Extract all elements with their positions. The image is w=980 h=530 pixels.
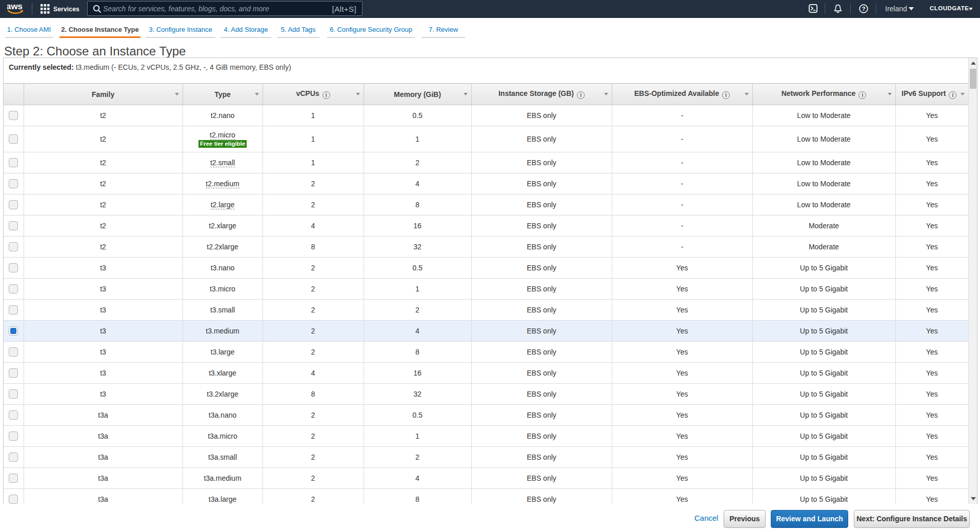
svg-text:?: ? bbox=[862, 6, 866, 12]
svg-text:aws: aws bbox=[7, 2, 23, 11]
